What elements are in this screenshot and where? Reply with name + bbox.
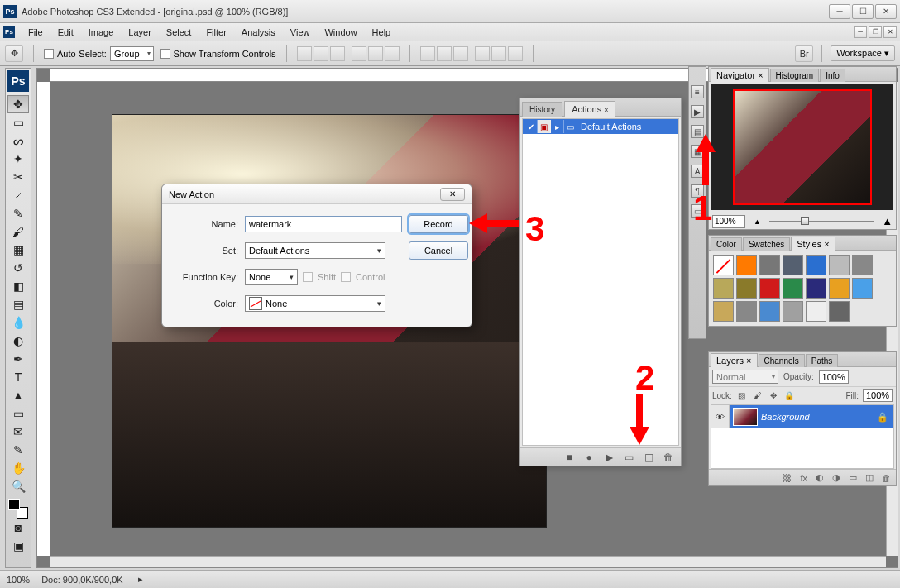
blend-mode-dropdown[interactable]: Normal (712, 370, 778, 384)
new-action-icon[interactable]: ◫ (643, 452, 654, 463)
layer-fx-icon[interactable]: fx (800, 473, 807, 483)
layer-list[interactable]: 👁 Background 🔒 (711, 404, 894, 469)
style-swatch[interactable] (713, 301, 734, 322)
fill-input[interactable]: 100% (863, 389, 893, 402)
align-bottom-icon[interactable] (330, 46, 345, 61)
healing-brush-tool[interactable]: ✎ (7, 204, 29, 222)
foreground-background-swatches[interactable] (8, 499, 28, 519)
move-tool[interactable]: ✥ (7, 95, 29, 113)
action-dialog-icon[interactable]: ▣ (538, 120, 551, 133)
tab-histogram[interactable]: Histogram (770, 69, 820, 82)
distribute-left-icon[interactable] (475, 46, 490, 61)
action-name-input[interactable] (245, 216, 402, 232)
trash-icon[interactable]: 🗑 (663, 452, 674, 463)
layer-visibility-icon[interactable]: 👁 (711, 405, 730, 428)
menu-select[interactable]: Select (160, 26, 199, 39)
layer-row-background[interactable]: 👁 Background 🔒 (711, 405, 893, 428)
window-close-button[interactable]: ✕ (875, 4, 897, 19)
navigator-zoom-input[interactable] (712, 215, 745, 228)
action-toggle-icon[interactable]: ✔ (524, 120, 538, 133)
action-set-default[interactable]: ✔ ▣ ▸ ▭ Default Actions (523, 119, 678, 134)
tab-info[interactable]: Info (820, 69, 845, 82)
tab-swatches[interactable]: Swatches (743, 237, 790, 251)
tab-channels[interactable]: Channels (759, 354, 805, 367)
style-swatch[interactable] (829, 255, 850, 275)
style-swatch[interactable] (759, 255, 780, 275)
action-expand-icon[interactable]: ▸ (551, 120, 564, 133)
hand-tool[interactable]: ✋ (7, 459, 29, 477)
gradient-tool[interactable]: ▤ (7, 295, 29, 313)
history-brush-tool[interactable]: ↺ (7, 259, 29, 277)
show-transform-checkbox[interactable] (160, 49, 170, 59)
pen-tool[interactable]: ✒ (7, 350, 29, 368)
menu-edit[interactable]: Edit (51, 26, 80, 39)
menu-analysis[interactable]: Analysis (235, 26, 282, 39)
menu-image[interactable]: Image (82, 26, 121, 39)
notes-tool[interactable]: ✉ (7, 423, 29, 441)
bridge-icon[interactable]: Br (795, 45, 813, 62)
distribute-vcenter-icon[interactable] (437, 46, 452, 61)
delete-layer-icon[interactable]: 🗑 (882, 473, 891, 483)
stop-icon[interactable]: ■ (563, 452, 575, 463)
slice-tool[interactable]: ⟋ (7, 186, 29, 204)
distribute-hcenter-icon[interactable] (491, 46, 506, 61)
menu-layer[interactable]: Layer (122, 26, 158, 39)
menu-view[interactable]: View (284, 26, 317, 39)
window-minimize-button[interactable]: ─ (829, 4, 850, 19)
navigator-preview[interactable] (711, 84, 893, 210)
shift-checkbox[interactable] (303, 272, 313, 282)
record-icon[interactable]: ● (583, 452, 595, 463)
well-clone-icon[interactable]: ▭ (691, 204, 704, 218)
style-swatch[interactable] (806, 301, 826, 322)
lock-transparent-icon[interactable]: ▨ (736, 390, 748, 401)
style-swatch[interactable] (806, 278, 826, 299)
well-brushes-icon[interactable]: ≡ (691, 85, 704, 98)
style-swatch[interactable] (852, 255, 873, 275)
shape-tool[interactable]: ▭ (7, 404, 29, 423)
zoom-out-icon[interactable]: ▲ (754, 218, 761, 226)
align-top-icon[interactable] (297, 46, 312, 61)
clone-stamp-tool[interactable]: ▦ (7, 241, 29, 259)
tab-actions[interactable]: Actions× (564, 101, 615, 117)
style-swatch[interactable] (736, 278, 757, 299)
magic-wand-tool[interactable]: ✦ (7, 150, 29, 168)
menu-file[interactable]: File (22, 26, 50, 39)
style-swatch[interactable] (852, 278, 873, 299)
distribute-right-icon[interactable] (508, 46, 523, 61)
brush-tool[interactable]: 🖌 (7, 222, 29, 241)
style-swatch[interactable] (829, 278, 850, 299)
zoom-in-icon[interactable]: ▲ (882, 215, 893, 227)
path-select-tool[interactable]: ▲ (7, 386, 29, 404)
new-group-icon[interactable]: ▭ (849, 472, 857, 483)
status-doc-size[interactable]: Doc: 900,0K/900,0K (41, 575, 122, 585)
auto-select-checkbox[interactable] (44, 49, 54, 59)
mdi-restore-button[interactable]: ❐ (869, 26, 882, 38)
mdi-minimize-button[interactable]: ─ (854, 26, 867, 38)
align-vcenter-icon[interactable] (314, 46, 328, 61)
dialog-close-button[interactable]: ✕ (440, 188, 465, 201)
style-swatch[interactable] (736, 255, 757, 275)
tab-color[interactable]: Color (711, 237, 742, 251)
control-checkbox[interactable] (341, 272, 351, 282)
align-hcenter-icon[interactable] (368, 46, 383, 61)
adjustment-layer-icon[interactable]: ◑ (832, 472, 840, 483)
well-paragraph-icon[interactable]: ¶ (691, 184, 704, 198)
distribute-bottom-icon[interactable] (453, 46, 468, 61)
crop-tool[interactable]: ✂ (7, 168, 29, 186)
align-left-icon[interactable] (352, 46, 366, 61)
quick-mask-toggle[interactable]: ◙ (7, 519, 29, 537)
well-play-icon[interactable]: ▶ (691, 105, 704, 118)
style-swatch[interactable] (806, 255, 826, 275)
style-swatch[interactable] (759, 301, 780, 322)
function-key-dropdown[interactable]: None (245, 269, 298, 285)
navigator-zoom-slider[interactable] (769, 219, 874, 224)
lasso-tool[interactable]: ᔕ (7, 131, 29, 150)
menu-window[interactable]: Window (318, 26, 363, 39)
ruler-vertical[interactable] (37, 82, 50, 556)
workspace-dropdown[interactable]: Workspace ▾ (831, 45, 895, 61)
menu-help[interactable]: Help (366, 26, 398, 39)
style-swatch[interactable] (783, 255, 803, 275)
menu-filter[interactable]: Filter (199, 26, 232, 39)
tab-navigator[interactable]: Navigator × (711, 68, 769, 82)
style-swatch[interactable] (829, 301, 850, 322)
